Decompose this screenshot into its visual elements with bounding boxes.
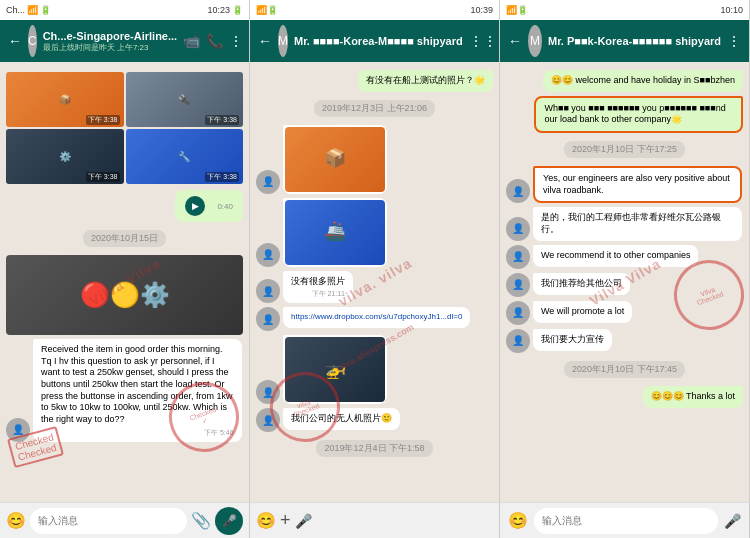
header-info-3: Mr. P■■k-Korea-■■■■■■ shipyard xyxy=(548,35,721,47)
audio-duration-1: 0:40 xyxy=(217,202,233,211)
msg-row-recv-3-2: 👤 We recommend it to other companies xyxy=(506,245,743,269)
avatar-small-2e: 👤 xyxy=(256,380,280,404)
chat-input-bar-3: 😊 🎤 xyxy=(500,502,749,538)
status-left-2: 📶🔋 xyxy=(256,5,278,15)
chat-header-1: ← C Ch...e-Singapore-Airline... 最后上线时间是昨… xyxy=(0,20,249,62)
msg-row-recv-3-4: 👤 We will promote a lot xyxy=(506,301,743,325)
phone-icon-1[interactable]: 📞 xyxy=(206,33,223,49)
msg-row-received-1: 👤 Received the item in good order this m… xyxy=(6,339,243,442)
equipment-photo-1: 🔴🟡⚙️ xyxy=(6,255,243,335)
status-right-1: 10:23 🔋 xyxy=(207,5,243,15)
msg-row-recv-2-3: 👤 没有很多照片 下午 21:11 xyxy=(256,271,493,304)
msg-recv-3-4: We will promote a lot xyxy=(533,301,632,323)
msg-text-1: Received the item in good order this mor… xyxy=(41,344,233,424)
msg-row-recv-3-1: 👤 是的，我们的工程师也非常看好维尔瓦公路银行。 xyxy=(506,207,743,240)
back-icon-2[interactable]: ← xyxy=(258,33,272,49)
date-bottom-2: 2019年12月4日 下午1:58 xyxy=(316,440,432,457)
msg-row-sent-3-thanks: 😊😊😊 Thanks a lot xyxy=(506,386,743,408)
msg-recv-2-3: 没有很多照片 下午 21:11 xyxy=(283,271,353,304)
message-input-3[interactable] xyxy=(534,508,718,534)
panel-1: Ch... 📶 🔋 10:23 🔋 ← C Ch...e-Singapore-A… xyxy=(0,0,250,538)
chat-name-1: Ch...e-Singapore-Airline... xyxy=(43,30,177,42)
img-box-2-1: 📦 xyxy=(285,127,385,192)
msg-recv-3-0-highlight: Yes, our engineers are also very positiv… xyxy=(533,166,742,203)
time-3: 10:10 xyxy=(720,5,743,15)
signal-icon-1: 📶 xyxy=(27,5,38,15)
carrier-3: 📶🔋 xyxy=(506,5,528,15)
msg-text-3-thanks: 😊😊😊 Thanks a lot xyxy=(651,391,735,401)
back-icon-1[interactable]: ← xyxy=(8,33,22,49)
msg-row-img-2-1: 👤 📦 xyxy=(256,125,493,194)
avatar-small-3f: 👤 xyxy=(506,329,530,353)
wifi-icon-1: 🔋 xyxy=(40,5,51,15)
msg-time-1: 下午 5:46 xyxy=(41,428,234,437)
photo-cell-1: 📦 下午 3:38 xyxy=(6,72,124,127)
photo-time-2: 下午 3:38 xyxy=(205,115,239,125)
time-1: 10:23 xyxy=(207,5,230,15)
carrier-2: 📶🔋 xyxy=(256,5,278,15)
msg-row-sent-2-0: 有没有在船上测试的照片？🌟 xyxy=(256,70,493,92)
avatar-small-2c: 👤 xyxy=(256,279,280,303)
chat-name-2: Mr. ■■■■-Korea-M■■■■ shipyard xyxy=(294,35,463,47)
photo-time-1: 下午 3:38 xyxy=(86,115,120,125)
emoji-button-3[interactable]: 😊 xyxy=(508,511,528,530)
chat-body-3: 😊😊 welcome and have holiday in S■■bzhen … xyxy=(500,62,749,502)
attach-icon-1[interactable]: 📎 xyxy=(191,511,211,530)
msg-received-1: Received the item in good order this mor… xyxy=(33,339,242,442)
header-icons-2: ⋮⋮⋮ xyxy=(469,33,500,49)
msg-text-3-recv-5: 我们要大力宣传 xyxy=(541,334,604,344)
avatar-3: M xyxy=(528,25,542,57)
avatar-small-2f: 👤 xyxy=(256,408,280,432)
status-bar-3: 📶🔋 10:10 xyxy=(500,0,749,20)
video-icon-1[interactable]: 📹 xyxy=(183,33,200,49)
more-icon-1[interactable]: ⋮ xyxy=(229,33,243,49)
msg-row-recv-3-5: 👤 我们要大力宣传 xyxy=(506,329,743,353)
emoji-button-1[interactable]: 😊 xyxy=(6,511,26,530)
audio-message-1: ▶ 0:40 xyxy=(175,190,243,222)
photo-cell-3: ⚙️ 下午 3:38 xyxy=(6,129,124,184)
img-box-2-5: 🚁 xyxy=(285,337,385,402)
avatar-2: M xyxy=(278,25,288,57)
date-divider-3: 2020年1月10日 下午17:25 xyxy=(564,141,685,158)
msg-row-recv-2-6: 👤 我们公司的无人机照片🙂 xyxy=(256,408,493,432)
msg-text-2-0: 有没有在船上测试的照片？🌟 xyxy=(366,75,485,85)
play-icon-1[interactable]: ▶ xyxy=(185,196,205,216)
msg-sent-3-1-highlight: Wh■■ you ■■■ ■■■■■■ you p■■■■■■ ■■■nd ou… xyxy=(534,96,743,133)
plus-button-2[interactable]: + xyxy=(280,510,291,531)
chat-status-1: 最后上线时间是昨天 上午7:23 xyxy=(43,42,177,53)
status-right-3: 10:10 xyxy=(720,5,743,15)
msg-row-recv-2-4: 👤 https://www.dropbox.com/s/u7dpchoxyJh1… xyxy=(256,307,493,331)
mic-icon-3[interactable]: 🎤 xyxy=(724,513,741,529)
status-left-3: 📶🔋 xyxy=(506,5,528,15)
avatar-1: C xyxy=(28,25,37,57)
mic-icon-2[interactable]: 🎤 xyxy=(295,513,312,529)
emoji-button-2[interactable]: 😊 xyxy=(256,511,276,530)
message-input-1[interactable] xyxy=(30,508,187,534)
msg-text-3-recv-2: We recommend it to other companies xyxy=(541,250,690,260)
mic-button-1[interactable]: 🎤 xyxy=(215,507,243,535)
msg-sent-2-0: 有没有在船上测试的照片？🌟 xyxy=(358,70,493,92)
more-icon-2[interactable]: ⋮⋮⋮ xyxy=(469,33,500,49)
chat-name-3: Mr. P■■k-Korea-■■■■■■ shipyard xyxy=(548,35,721,47)
img-box-2-2: 🚢 xyxy=(285,200,385,265)
chat-header-2: ← M Mr. ■■■■-Korea-M■■■■ shipyard ⋮⋮⋮ xyxy=(250,20,499,62)
status-left-1: Ch... 📶 🔋 xyxy=(6,5,51,15)
avatar-small-2d: 👤 xyxy=(256,307,280,331)
msg-img-2-5: 🚁 xyxy=(283,335,387,404)
msg-text-3-1: Wh■■ you ■■■ ■■■■■■ you p■■■■■■ ■■■nd ou… xyxy=(544,103,725,125)
status-bar-2: 📶🔋 10:39 xyxy=(250,0,499,20)
msg-text-3-recv-3: 我们推荐给其他公司 xyxy=(541,278,622,288)
msg-text-2-6: 我们公司的无人机照片🙂 xyxy=(291,413,392,423)
more-icon-3[interactable]: ⋮ xyxy=(727,33,741,49)
back-icon-3[interactable]: ← xyxy=(508,33,522,49)
msg-link-2-4[interactable]: https://www.dropbox.com/s/u7dpchoxyJh1..… xyxy=(291,312,462,321)
msg-recv-3-1: 是的，我们的工程师也非常看好维尔瓦公路银行。 xyxy=(533,207,742,240)
chat-header-3: ← M Mr. P■■k-Korea-■■■■■■ shipyard ⋮ xyxy=(500,20,749,62)
msg-row-sent-3-0: 😊😊 welcome and have holiday in S■■bzhen xyxy=(506,70,743,92)
avatar-small-3c: 👤 xyxy=(506,245,530,269)
msg-recv-3-5: 我们要大力宣传 xyxy=(533,329,612,351)
avatar-small-3e: 👤 xyxy=(506,301,530,325)
photo-time-4: 下午 3:38 xyxy=(205,172,239,182)
avatar-small-1: 👤 xyxy=(6,418,30,442)
header-icons-3: ⋮ xyxy=(727,33,741,49)
